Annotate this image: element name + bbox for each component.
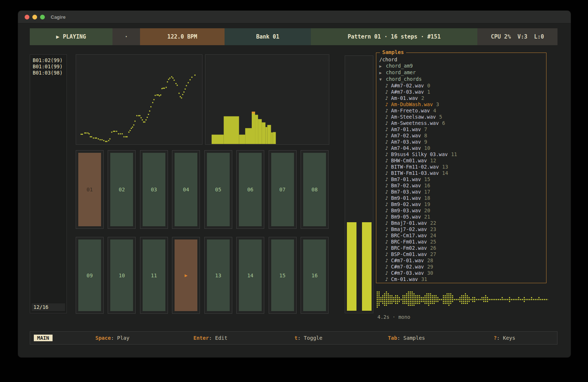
folder-row-chord_chords[interactable]: ▼chord_chords (379, 76, 545, 83)
sample-file-row[interactable]: ♪BITW-Fm11-03.wav14 (385, 170, 545, 176)
status-segment-bpm[interactable]: 122.0 BPM (140, 28, 225, 45)
sample-file-row[interactable]: ♪Am-Sweetness.wav6 (385, 120, 545, 126)
voice-readout: B01:02(99) (30, 57, 67, 64)
hint-key: Enter (193, 335, 209, 341)
key-hint-samples: Tab: Samples (358, 335, 456, 341)
sample-file-row[interactable]: ♪Am-Freeto.wav4 (385, 108, 545, 114)
pad-07[interactable]: 07 (269, 150, 297, 229)
sample-file-row-selected[interactable]: ♪Am-DubWash.wav3 (385, 101, 545, 108)
key-hints: Space: PlayEnter: Editt: ToggleTab: Samp… (64, 335, 553, 341)
music-note-icon: ♪ (385, 239, 391, 245)
sample-file-name: A#m7-03.wav (391, 89, 424, 95)
status-segment-metronome: · (112, 28, 140, 45)
pad-grid-row-1: 0102030405060708 (76, 150, 329, 229)
pad-11[interactable]: 11 (140, 237, 168, 314)
sample-file-row[interactable]: ♪Bmaj7-01.wav22 (385, 220, 545, 226)
sample-file-row[interactable]: ♪A#m7-03.wav1 (385, 89, 545, 95)
music-note-icon: ♪ (385, 95, 391, 101)
sample-file-row[interactable]: ♪Bmaj7-02.wav23 (385, 226, 545, 233)
sample-info-label: 4.2s · mono (377, 314, 410, 320)
sample-file-row[interactable]: ♪A#m7-02.wav0 (385, 83, 545, 89)
sample-file-row[interactable]: ♪Bm9-03.wav20 (385, 208, 545, 214)
minimize-window-button[interactable] (32, 15, 37, 19)
samples-browser-panel: Samples /chord▶chord_am9▶chord_amer▼chor… (376, 53, 546, 283)
pad-12[interactable]: ▶ (172, 237, 200, 314)
pad-15[interactable]: 15 (269, 237, 297, 314)
status-segment-transport[interactable]: ▶ PLAYING (30, 28, 112, 45)
sample-file-name: Bmaj7-02.wav (391, 226, 427, 232)
folder-collapsed-icon[interactable]: ▶ (379, 63, 386, 69)
pad-09[interactable]: 09 (76, 237, 104, 314)
sample-file-name: Am7-03.wav (391, 139, 421, 145)
pad-05[interactable]: 05 (204, 150, 232, 229)
sample-file-name: Bm9-03.wav (391, 208, 421, 213)
sample-file-row[interactable]: ♪BRC-Fm02.wav26 (385, 245, 545, 251)
pad-08[interactable]: 08 (301, 150, 329, 229)
sample-file-index: 24 (430, 233, 436, 238)
sample-file-row[interactable]: ♪Bm9-05.wav21 (385, 214, 545, 220)
sample-file-name: Am-Steelsaw.wav (391, 114, 436, 120)
pad-playing-icon: ▶ (175, 239, 197, 311)
sample-file-row[interactable]: ♪Bm7-02.wav16 (385, 183, 545, 189)
sample-file-row[interactable]: ♪Bm9-02.wav19 (385, 201, 545, 208)
mode-badge: MAIN (34, 335, 53, 341)
pad-label: 14 (239, 239, 262, 311)
folder-expanded-icon[interactable]: ▼ (379, 76, 386, 83)
sample-file-row[interactable]: ♪BHW-Cm01.wav12 (385, 158, 545, 164)
sample-file-row[interactable]: ♪Am-01.wav2 (385, 95, 545, 101)
pad-03[interactable]: 03 (140, 150, 168, 229)
hint-key: Space (96, 335, 111, 341)
sample-file-index: 15 (424, 176, 430, 182)
sample-file-row[interactable]: ♪Am7-04.wav10 (385, 145, 545, 151)
trend-plot (76, 55, 202, 144)
sample-file-index: 4 (433, 108, 436, 113)
status-segment-bank[interactable]: Bank 01 (225, 28, 311, 45)
sample-file-row[interactable]: ♪Am-Steelsaw.wav5 (385, 114, 545, 120)
sample-file-index: 7 (424, 126, 427, 132)
folder-row-chord_amer[interactable]: ▶chord_amer (379, 69, 545, 76)
music-note-icon: ♪ (385, 195, 391, 201)
pad-01[interactable]: 01 (76, 150, 104, 229)
folder-row-chord_am9[interactable]: ▶chord_am9 (379, 63, 545, 69)
sample-file-row[interactable]: ♪BITW-Fm11-02.wav13 (385, 164, 545, 170)
sample-file-row[interactable]: ♪BSP-Cm01.wav27 (385, 251, 545, 257)
pad-16[interactable]: 16 (301, 237, 329, 314)
sample-file-row[interactable]: ♪BRC-Fm01.wav25 (385, 239, 545, 245)
sample-file-row[interactable]: ♪Bm7-01.wav15 (385, 176, 545, 183)
sample-file-name: Am7-01.wav (391, 126, 421, 132)
sample-file-row[interactable]: ♪Cm-01.wav31 (385, 276, 545, 282)
sample-file-row[interactable]: ♪BRC-Cm17.wav24 (385, 233, 545, 239)
sample-file-row[interactable]: ♪B9sus4 Silky 03.wav11 (385, 151, 545, 158)
music-note-icon: ♪ (385, 108, 391, 114)
sample-file-row[interactable]: ♪C#m7-03.wav30 (385, 270, 545, 276)
pad-02[interactable]: 02 (108, 150, 136, 229)
sample-file-row[interactable]: ♪Am7-02.wav8 (385, 133, 545, 139)
music-note-icon: ♪ (385, 276, 391, 282)
pad-06[interactable]: 06 (236, 150, 264, 229)
zoom-window-button[interactable] (40, 15, 45, 19)
sample-file-row[interactable]: ♪C#m7-01.wav28 (385, 257, 545, 264)
pad-04[interactable]: 04 (172, 150, 200, 229)
status-bar: ▶ PLAYING·122.0 BPMBank 01Pattern 01 · 1… (30, 28, 557, 45)
status-segment-pattern[interactable]: Pattern 01 · 16 steps · #151 (311, 28, 477, 45)
sample-file-row[interactable]: ♪Bm9-01.wav18 (385, 195, 545, 201)
pad-13[interactable]: 13 (204, 237, 232, 314)
window-title: Cagire (51, 14, 65, 20)
close-window-button[interactable] (25, 15, 29, 19)
level-meter-1 (347, 222, 356, 311)
sample-file-name: B9sus4 Silky 03.wav (391, 151, 448, 157)
samples-file-tree[interactable]: /chord▶chord_am9▶chord_amer▼chord_chords… (376, 53, 546, 283)
sample-file-row[interactable]: ♪Bm7-03.wav17 (385, 189, 545, 195)
pad-10[interactable]: 10 (108, 237, 136, 314)
app-window: Cagire ▶ PLAYING·122.0 BPMBank 01Pattern… (18, 10, 571, 358)
sample-file-index: 25 (430, 239, 436, 245)
sample-file-index: 13 (442, 164, 448, 170)
sample-file-row[interactable]: ♪C#m7-02.wav29 (385, 264, 545, 270)
sample-file-index: 8 (424, 133, 427, 138)
folder-collapsed-icon[interactable]: ▶ (379, 70, 386, 76)
sample-file-row[interactable]: ♪Am7-01.wav7 (385, 126, 545, 133)
sample-file-name: Bm9-02.wav (391, 201, 421, 207)
pad-14[interactable]: 14 (236, 237, 264, 314)
sample-file-name: Bm9-01.wav (391, 195, 421, 201)
sample-file-row[interactable]: ♪Am7-03.wav9 (385, 139, 545, 145)
